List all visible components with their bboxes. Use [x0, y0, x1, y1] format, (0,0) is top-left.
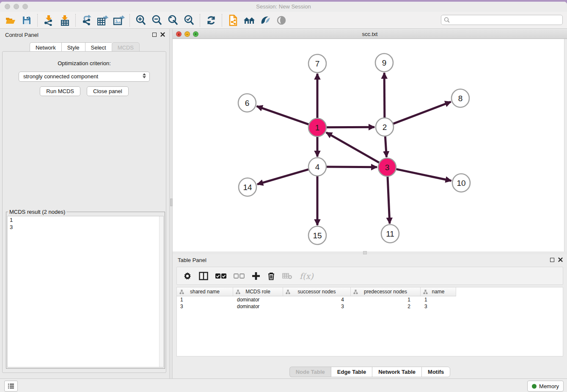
table-cell[interactable]: 1	[421, 296, 456, 303]
edge-2-9[interactable]	[384, 73, 385, 119]
table-row[interactable]: 1dominator411	[177, 296, 563, 303]
zoom-fit-button[interactable]	[165, 14, 181, 27]
edge-4-3[interactable]	[326, 167, 377, 167]
tab-edge-table[interactable]: Edge Table	[331, 367, 372, 377]
node-label-9: 9	[382, 58, 387, 67]
node-label-10: 10	[457, 179, 465, 188]
import-network-button[interactable]	[41, 14, 57, 27]
clone-network-icon	[228, 14, 238, 26]
houses-icon	[243, 15, 256, 25]
column-header-MCDS-role[interactable]: MCDS role	[233, 287, 283, 296]
table-toolbar: f(x)	[176, 267, 563, 285]
refresh-icon	[206, 15, 216, 25]
network-canvas[interactable]: 7968124314101511	[173, 39, 564, 251]
mcds-result-fieldset: MCDS result (2 nodes) 13	[6, 209, 165, 369]
apply-layout-button[interactable]	[203, 14, 219, 27]
clone-network-button[interactable]	[225, 14, 241, 27]
style-paint-button[interactable]	[257, 14, 273, 27]
edge-3-11[interactable]	[388, 176, 390, 224]
edge-1-6[interactable]	[257, 106, 309, 124]
table-cell[interactable]: 4	[283, 296, 351, 303]
node-label-15: 15	[313, 231, 322, 240]
import-table-icon	[60, 15, 70, 26]
export-network-button[interactable]	[79, 14, 95, 27]
zoom-out-button[interactable]	[149, 14, 165, 27]
result-scrollbar[interactable]	[159, 216, 163, 367]
column-header-shared-name[interactable]: shared name	[177, 287, 233, 296]
eye-icon	[276, 15, 286, 25]
table-cell[interactable]: dominator	[233, 303, 283, 310]
table-cell[interactable]: 1	[177, 296, 233, 303]
table-settings-button[interactable]	[183, 272, 192, 280]
table-cell[interactable]: 3	[283, 303, 351, 310]
network-graph[interactable]: 7968124314101511	[173, 39, 564, 251]
table-cell[interactable]: 3	[177, 303, 233, 310]
zoom-in-button[interactable]	[133, 14, 149, 27]
table-cell[interactable]: 2	[351, 303, 421, 310]
edge-4-14[interactable]	[257, 169, 309, 185]
hide-view-button[interactable]	[273, 14, 289, 27]
tab-motifs[interactable]: Motifs	[421, 367, 450, 377]
tab-node-table[interactable]: Node Table	[289, 367, 331, 377]
panel-divider-horizontal[interactable]	[173, 251, 567, 254]
zoom-selected-icon	[184, 15, 195, 26]
edge-3-1[interactable]	[326, 133, 380, 163]
main-toolbar	[0, 12, 567, 29]
memory-button[interactable]: Memory	[527, 381, 564, 392]
float-panel-icon[interactable]	[550, 258, 554, 262]
gear-icon	[183, 272, 192, 280]
column-header-name[interactable]: name	[421, 287, 456, 296]
table-cell[interactable]: 1	[351, 296, 421, 303]
column-header-successor-nodes[interactable]: successor nodes	[283, 287, 351, 296]
table-deselect-all-button[interactable]	[234, 273, 245, 279]
save-session-button[interactable]	[19, 14, 35, 27]
edge-2-8[interactable]	[393, 102, 451, 124]
table-delete-column-button[interactable]	[267, 272, 275, 280]
panel-divider-vertical[interactable]	[169, 29, 173, 378]
close-panel-icon[interactable]	[160, 32, 165, 37]
toolbar-separator	[222, 14, 223, 27]
table-function-builder-button[interactable]: f(x)	[300, 271, 314, 281]
checked-boxes-icon	[215, 273, 226, 279]
divider-handle[interactable]	[363, 251, 367, 254]
control-panel-header: Control Panel	[0, 29, 169, 40]
table-cell[interactable]: 3	[421, 303, 456, 310]
flatten-icon	[423, 290, 428, 294]
export-table-button[interactable]	[95, 14, 111, 27]
table-add-column-button[interactable]	[252, 272, 260, 280]
node-label-11: 11	[386, 229, 394, 238]
edge-3-10[interactable]	[396, 169, 451, 181]
float-panel-icon[interactable]	[152, 33, 157, 37]
search-input[interactable]	[441, 15, 563, 25]
close-panel-button[interactable]: Close panel	[87, 86, 129, 96]
titlebar: Session: New Session	[0, 2, 567, 12]
table-split-view-button[interactable]	[199, 272, 208, 280]
import-table-button[interactable]	[57, 14, 73, 27]
table-cell[interactable]: dominator	[233, 296, 283, 303]
status-bar: Memory	[0, 378, 567, 392]
edge-2-3[interactable]	[385, 135, 386, 157]
export-image-button[interactable]	[111, 14, 127, 27]
column-header-predecessor-nodes[interactable]: predecessor nodes	[351, 287, 421, 296]
table-delete-table-button[interactable]	[282, 273, 292, 279]
main-window: Session: New Session	[0, 2, 567, 392]
task-history-button[interactable]	[4, 381, 18, 392]
network-view-panel: x − + scc.txt 7968124314101511	[173, 29, 567, 254]
mcds-result-title: MCDS result (2 nodes)	[8, 209, 66, 215]
control-panel-title: Control Panel	[5, 32, 39, 38]
open-session-button[interactable]	[3, 14, 19, 27]
trash-icon	[267, 272, 275, 280]
close-panel-icon[interactable]	[558, 257, 563, 262]
home-button[interactable]	[241, 14, 257, 27]
zoom-selected-button[interactable]	[181, 14, 197, 27]
export-image-icon	[113, 15, 125, 26]
optimization-criterion-select[interactable]: strongly connected component	[19, 72, 150, 82]
run-mcds-button[interactable]: Run MCDS	[40, 86, 80, 96]
table-select-all-button[interactable]	[215, 273, 226, 279]
node-table: shared nameMCDS rolesuccessor nodesprede…	[176, 287, 563, 356]
tab-network-table[interactable]: Network Table	[372, 367, 421, 377]
table-row[interactable]: 3dominator323	[177, 303, 563, 310]
open-folder-icon	[5, 15, 16, 25]
mcds-result-box[interactable]: 13	[7, 216, 164, 367]
edge-1-2[interactable]	[326, 127, 374, 127]
